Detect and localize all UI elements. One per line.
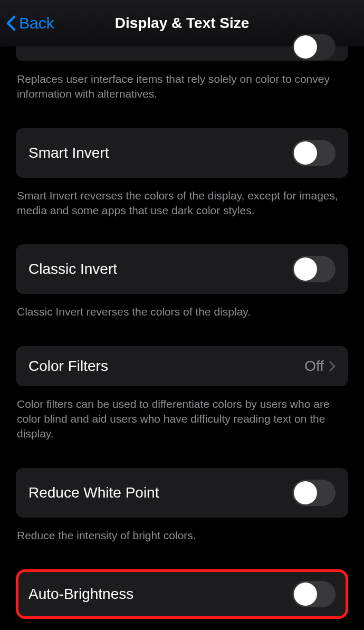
row-color-filters[interactable]: Color Filters Off: [16, 346, 348, 386]
row-classic-invert[interactable]: Classic Invert: [16, 244, 348, 294]
classic-invert-toggle[interactable]: [292, 256, 336, 282]
color-filters-label: Color Filters: [28, 358, 108, 375]
row-reduce-white-point[interactable]: Reduce White Point: [16, 468, 348, 518]
reduce-white-point-footer: Reduce the intensity of bright colors.: [16, 528, 348, 543]
row-smart-invert[interactable]: Smart Invert: [16, 128, 348, 178]
differentiate-footer: Replaces user interface items that rely …: [16, 72, 348, 102]
smart-invert-footer: Smart Invert reverses the colors of the …: [16, 188, 348, 218]
smart-invert-label: Smart Invert: [28, 145, 109, 161]
color-filters-right: Off: [304, 358, 336, 375]
reduce-white-point-label: Reduce White Point: [28, 484, 159, 501]
differentiate-toggle[interactable]: [292, 34, 336, 60]
settings-content: Replaces user interface items that rely …: [0, 46, 364, 630]
classic-invert-footer: Classic Invert reverses the colors of th…: [16, 304, 348, 319]
back-label: Back: [19, 14, 54, 32]
auto-brightness-label: Auto-Brightness: [28, 586, 133, 603]
smart-invert-toggle[interactable]: [292, 140, 336, 166]
color-filters-value: Off: [304, 358, 324, 375]
row-differentiate-without-color[interactable]: [16, 46, 348, 61]
page-title: Display & Text Size: [0, 15, 364, 32]
auto-brightness-toggle[interactable]: [292, 581, 336, 607]
row-auto-brightness[interactable]: Auto-Brightness: [16, 569, 348, 619]
color-filters-footer: Color filters can be used to differentia…: [16, 397, 348, 442]
chevron-right-icon: [329, 361, 336, 371]
back-button[interactable]: Back: [6, 14, 54, 32]
reduce-white-point-toggle[interactable]: [292, 480, 336, 506]
chevron-left-icon: [6, 15, 16, 31]
classic-invert-label: Classic Invert: [28, 261, 117, 278]
